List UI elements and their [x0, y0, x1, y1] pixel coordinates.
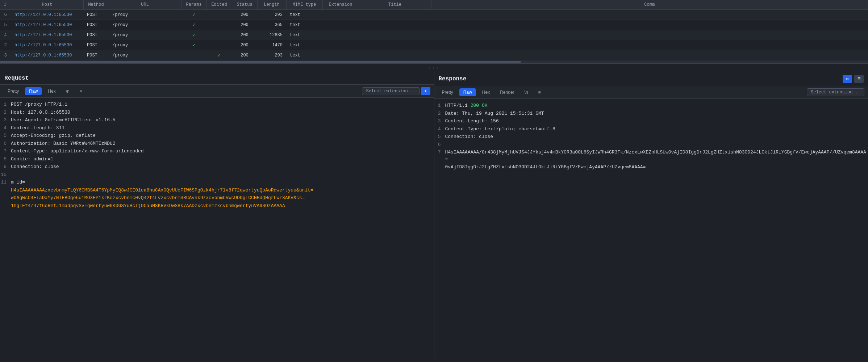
request-line: 11m_id= — [0, 178, 434, 186]
line-number: 4 — [434, 126, 445, 133]
response-line: 4Content-Type: text/plain; charset=utf-8 — [434, 125, 868, 133]
response-tab-newline[interactable]: \n — [521, 88, 532, 96]
cell-mime: text — [286, 30, 322, 40]
cell-length: 365 — [257, 20, 286, 30]
line-number: 8 — [0, 156, 11, 163]
cell-comm — [431, 30, 868, 40]
line-text: 1hglEf4Z47f6oRmfJ1madpqvSvFqwertyuw9K0GS… — [11, 202, 434, 210]
line-number: 7 — [0, 148, 11, 155]
line-text: wOAgWsC4EIaDaYy7NTEBOge6u1MOXHP1krKozxcv… — [11, 194, 434, 202]
cell-params — [181, 50, 206, 60]
request-line: 8Cookie: admin=1 — [0, 155, 434, 163]
request-panel: Request Pretty Raw Hex \n ≡ Select exten… — [0, 72, 434, 358]
request-select-extension: Select extension... ▾ — [362, 87, 430, 95]
table-row[interactable]: 5 http://127.0.0.1:65530 POST /proxy ✓ 2… — [0, 20, 868, 30]
cell-title — [359, 20, 431, 30]
cell-comm — [431, 20, 868, 30]
request-line: H4sIAAAAAAAAzxcvbnmyTLQY6CMBSA4T6YpMyEQ8… — [0, 186, 434, 194]
request-tab-raw[interactable]: Raw — [25, 87, 42, 95]
cell-params: ✓ — [181, 30, 206, 40]
table-row[interactable]: 3 http://127.0.0.1:65530 POST /proxy ✓ 2… — [0, 50, 868, 60]
cell-url: /proxy — [109, 30, 181, 40]
cell-num: 4 — [0, 30, 11, 40]
cell-comm — [431, 40, 868, 50]
response-tab-menu[interactable]: ≡ — [534, 88, 545, 96]
line-text: Connection: close — [11, 163, 434, 171]
request-line: 4Content-Length: 311 — [0, 124, 434, 132]
request-tab-hex[interactable]: Hex — [44, 87, 59, 95]
cell-title — [359, 10, 431, 20]
cell-edited — [206, 20, 232, 30]
response-panel-header: Response ⊞ ☰ — [434, 72, 868, 86]
cell-url: /proxy — [109, 20, 181, 30]
col-header-ext: Extension — [322, 0, 359, 10]
response-line: 1HTTP/1.1 200 OK — [434, 102, 868, 110]
response-layout-split-icon[interactable]: ☰ — [854, 75, 864, 83]
request-line: 5Accept-Encoding: gzip, deflate — [0, 132, 434, 140]
request-line: 9Connection: close — [0, 163, 434, 171]
cell-edited — [206, 30, 232, 40]
line-number: 1 — [0, 101, 11, 108]
response-tab-raw[interactable]: Raw — [459, 88, 476, 96]
request-tab-pretty[interactable]: Pretty — [4, 87, 23, 95]
line-text: POST /proxy HTTP/1.1 — [11, 101, 434, 108]
request-content: 1POST /proxy HTTP/1.12Host: 127.0.0.1:65… — [0, 98, 434, 358]
response-select-ext-label[interactable]: Select extension... — [807, 88, 864, 96]
select-ext-label[interactable]: Select extension... — [362, 87, 420, 95]
response-content: 1HTTP/1.1 200 OK2Date: Thu, 19 Aug 2021 … — [434, 99, 868, 358]
col-header-method: Method — [83, 0, 109, 10]
cell-method: POST — [83, 20, 109, 30]
line-text: Date: Thu, 19 Aug 2021 15:51:31 GMT — [445, 110, 868, 117]
response-layout-grid-icon[interactable]: ⊞ — [843, 75, 852, 83]
line-number: 11 — [0, 179, 11, 186]
request-line: 2Host: 127.0.0.1:65530 — [0, 109, 434, 117]
cell-mime: text — [286, 10, 322, 20]
col-header-num: # — [0, 0, 11, 10]
response-select-extension: Select extension... — [807, 88, 864, 96]
cell-status: 200 — [232, 10, 257, 20]
col-header-length: Length — [257, 0, 286, 10]
cell-method: POST — [83, 10, 109, 20]
cell-length: 12835 — [257, 30, 286, 40]
line-text: Cookie: admin=1 — [11, 156, 434, 163]
cell-edited: ✓ — [206, 50, 232, 60]
response-tab-hex[interactable]: Hex — [478, 88, 494, 96]
cell-comm — [431, 10, 868, 20]
line-text: Content-Length: 311 — [11, 125, 434, 132]
table-row[interactable]: 4 http://127.0.0.1:65530 POST /proxy ✓ 2… — [0, 30, 868, 40]
cell-status: 200 — [232, 40, 257, 50]
cell-host: http://127.0.0.1:65530 — [11, 20, 83, 30]
cell-host: http://127.0.0.1:65530 — [11, 30, 83, 40]
line-text: m_id= — [11, 179, 434, 186]
line-number: 5 — [434, 133, 445, 140]
request-line: 3User-Agent: GoFrameHTTPClient v1.16.5 — [0, 116, 434, 124]
divider-dots: ··· — [428, 65, 440, 71]
table-row[interactable]: 2 http://127.0.0.1:65530 POST /proxy ✓ 2… — [0, 40, 868, 50]
panel-divider[interactable]: ··· — [0, 64, 868, 72]
line-number: 6 — [0, 140, 11, 147]
table-row[interactable]: 6 http://127.0.0.1:65530 POST /proxy ✓ 2… — [0, 10, 868, 20]
cell-length: 1470 — [257, 40, 286, 50]
cell-title — [359, 50, 431, 60]
cell-mime: text — [286, 50, 322, 60]
cell-ext — [322, 30, 359, 40]
request-tab-menu[interactable]: ≡ — [76, 87, 86, 95]
line-text: Content-Type: text/plain; charset=utf-8 — [445, 126, 868, 133]
table-header-row: # Host Method URL Params Edited Status L… — [0, 0, 868, 10]
main-panels: Request Pretty Raw Hex \n ≡ Select exten… — [0, 72, 868, 358]
request-line: 1POST /proxy HTTP/1.1 — [0, 101, 434, 109]
response-tab-pretty[interactable]: Pretty — [438, 88, 457, 96]
cell-ext — [322, 10, 359, 20]
response-tab-render[interactable]: Render — [496, 88, 518, 96]
line-text: Content-Type: application/x-www-form-url… — [11, 148, 434, 155]
line-number: 6 — [434, 141, 445, 148]
select-ext-dropdown[interactable]: ▾ — [421, 87, 430, 95]
col-header-mime: MIME type — [286, 0, 322, 10]
col-header-host: Host — [11, 0, 83, 10]
request-tab-newline[interactable]: \n — [62, 87, 74, 95]
response-line: 7H4sIAAAAAAAA/8r438jMyMjhUVJS4JJYksj4v4m… — [434, 148, 868, 163]
cell-mime: text — [286, 20, 322, 30]
cell-method: POST — [83, 50, 109, 60]
cell-ext — [322, 50, 359, 60]
horizontal-scrollbar[interactable] — [0, 61, 868, 64]
